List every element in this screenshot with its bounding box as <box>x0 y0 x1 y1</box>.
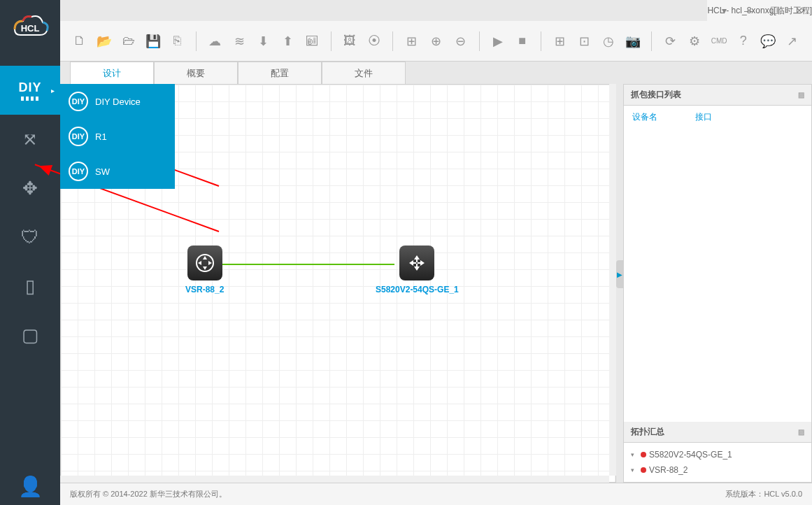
separator <box>196 31 197 51</box>
titlebar: HCL - hcl_8xonxg[临时工程] ▾ — ☐ ✕ <box>707 0 812 21</box>
version-text: 系统版本：HCL v5.0.0 <box>725 489 802 499</box>
diy-device-icon: DIY <box>69 127 88 146</box>
vertical-scrollbar[interactable] <box>609 84 616 476</box>
layers-button[interactable]: ≋ <box>229 31 250 52</box>
sidebar: HCL DIY ⤧ ✥ 🛡 ▯ ▢ 👤 <box>0 0 60 505</box>
status-dot-icon <box>641 467 646 473</box>
cloud-button[interactable]: ☁ <box>205 31 225 52</box>
maximize-icon[interactable]: ☐ <box>766 5 783 16</box>
timer-button[interactable]: ◷ <box>599 31 619 52</box>
sidebar-item-firewall[interactable]: 🛡 <box>0 213 60 262</box>
export-button[interactable]: ⎘ <box>167 31 187 52</box>
separator <box>479 31 480 51</box>
dropdown-icon[interactable]: ▾ <box>715 5 732 16</box>
status-dot-icon <box>641 452 646 457</box>
separator <box>651 31 652 51</box>
upload-button[interactable]: ⬆ <box>278 31 298 52</box>
separator <box>331 31 332 51</box>
tree-row[interactable]: ▾ VSR-88_2 <box>631 462 804 478</box>
shield-icon: 🛡 <box>21 227 39 248</box>
separator <box>541 31 541 51</box>
chevron-icon[interactable]: ▾ <box>631 451 638 458</box>
toolbar: 🗋 📂 🗁 💾 ⎘ ☁ ≋ ⬇ ⬆ 🗟 🖼 ⦿ ⊞ ⊕ ⊖ ▶ ■ ⊞ ⊡ ◷ … <box>60 21 812 62</box>
topo-title: 拓扑汇总 <box>631 426 664 438</box>
diy-device-icon: DIY <box>69 92 88 111</box>
help-button[interactable]: ? <box>733 31 753 52</box>
flyout-label: SW <box>95 166 110 177</box>
settings-button[interactable]: ⚙ <box>685 31 705 52</box>
device-link[interactable] <box>220 264 394 265</box>
tree-row[interactable]: ▾ S5820V2-54QS-GE_1 <box>631 447 804 462</box>
flyout-item-r1[interactable]: DIY R1 <box>60 119 175 154</box>
sidebar-item-server[interactable]: ▯ <box>0 262 60 311</box>
device-switch[interactable]: S5820V2-54QS-GE_1 <box>376 246 459 294</box>
diy-flyout: DIY DIY Device DIY R1 DIY SW <box>60 84 175 189</box>
stop-button[interactable]: ■ <box>512 31 532 52</box>
app-logo: HCL <box>9 13 51 41</box>
flyout-label: R1 <box>95 131 107 142</box>
capture-body <box>624 129 811 422</box>
new-project-button[interactable]: 🗋 <box>70 31 90 52</box>
camera-button[interactable]: 📷 <box>622 31 643 52</box>
zoom-in-button[interactable]: ⊕ <box>426 31 446 52</box>
zoom-out-button[interactable]: ⊖ <box>450 31 471 52</box>
diy-label: DIY <box>18 80 41 95</box>
topology-tree: ▾ S5820V2-54QS-GE_1 ▾ VSR-88_2 <box>624 443 811 482</box>
device-label: VSR-88_2 <box>185 285 224 294</box>
capture-columns: 设备名 接口 <box>624 106 811 129</box>
close-icon[interactable]: ✕ <box>791 5 808 16</box>
switch-device-icon <box>406 252 427 273</box>
window-controls: ▾ — ☐ ✕ <box>715 0 808 21</box>
device-vsr[interactable]: VSR-88_2 <box>185 246 224 294</box>
cmd-button[interactable]: CMD <box>709 31 729 52</box>
add-link-button[interactable]: ⊡ <box>574 31 594 52</box>
sidebar-item-user[interactable]: 👤 <box>0 475 60 498</box>
diy-device-icon: DIY <box>69 162 88 181</box>
play-button[interactable]: ▶ <box>488 31 508 52</box>
save-button[interactable]: 💾 <box>143 31 163 52</box>
grid-button[interactable]: ⊞ <box>401 31 422 52</box>
tree-label: S5820V2-54QS-GE_1 <box>649 450 732 460</box>
router-device-icon <box>194 252 215 273</box>
statusbar: 版权所有 © 2014-2022 新华三技术有限公司。 系统版本：HCL v5.… <box>60 483 812 505</box>
capture-panel-header[interactable]: 抓包接口列表 ▨ <box>624 85 811 106</box>
flyout-label: DIY Device <box>95 97 141 107</box>
flyout-item-diy-device[interactable]: DIY DIY Device <box>60 84 175 119</box>
download-button[interactable]: ⬇ <box>253 31 273 52</box>
sidebar-item-diy[interactable]: DIY <box>0 66 60 115</box>
col-device[interactable]: 设备名 <box>632 111 695 123</box>
share-button[interactable]: ↗ <box>782 31 802 52</box>
tab-overview[interactable]: 概要 <box>154 62 238 84</box>
right-panel: 抓包接口列表 ▨ 设备名 接口 拓扑汇总 ▨ ▾ S5820V2-54QS-GE… <box>623 84 812 483</box>
tab-design[interactable]: 设计 <box>70 62 154 84</box>
refresh-button[interactable]: ⟳ <box>660 31 681 52</box>
main-tabs: 设计 概要 配置 文件 <box>70 62 406 84</box>
tree-label: VSR-88_2 <box>649 465 688 475</box>
col-interface[interactable]: 接口 <box>695 111 712 123</box>
wizard-button[interactable]: 🗟 <box>302 31 322 52</box>
device-label: S5820V2-54QS-GE_1 <box>376 285 459 294</box>
pin-icon[interactable]: ▨ <box>798 428 804 436</box>
minimize-icon[interactable]: — <box>741 5 757 16</box>
add-device-button[interactable]: ⊞ <box>550 31 570 52</box>
svg-text:HCL: HCL <box>21 23 40 34</box>
tab-config[interactable]: 配置 <box>238 62 322 84</box>
tab-files[interactable]: 文件 <box>322 62 406 84</box>
monitor-icon: ▢ <box>22 325 39 346</box>
target-button[interactable]: ⦿ <box>364 31 385 52</box>
sidebar-item-host[interactable]: ▢ <box>0 311 60 360</box>
open-button[interactable]: 📂 <box>94 31 115 52</box>
sidebar-item-routers[interactable]: ⤧ <box>0 115 60 164</box>
chevron-icon[interactable]: ▾ <box>631 467 638 474</box>
user-icon: 👤 <box>18 475 43 498</box>
router-icon: ⤧ <box>22 129 38 150</box>
topo-panel-header[interactable]: 拓扑汇总 ▨ <box>624 422 811 443</box>
image-button[interactable]: 🖼 <box>340 31 360 52</box>
pin-icon[interactable]: ▨ <box>798 91 804 99</box>
folder-button[interactable]: 🗁 <box>119 31 139 52</box>
flyout-item-sw[interactable]: DIY SW <box>60 154 175 189</box>
panel-splitter[interactable]: ▶ <box>616 260 623 288</box>
capture-title: 抓包接口列表 <box>631 89 681 101</box>
horizontal-scrollbar[interactable] <box>60 476 609 483</box>
wechat-button[interactable]: 💬 <box>757 31 778 52</box>
